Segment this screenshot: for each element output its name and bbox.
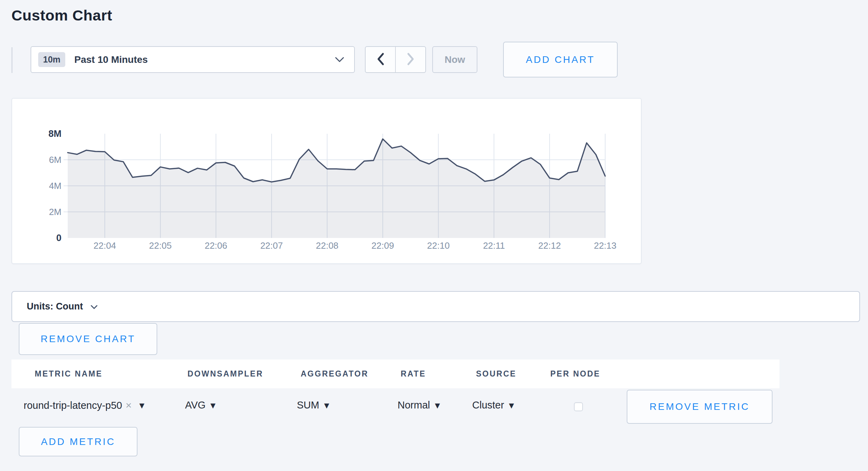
time-step-group [365,46,426,73]
rate-value: Normal [398,399,430,411]
svg-text:22:07: 22:07 [260,240,283,251]
remove-chart-button[interactable]: REMOVE CHART [19,323,157,355]
caret-down-icon: ▼ [210,402,216,409]
now-button[interactable]: Now [432,46,477,73]
col-header-source: SOURCE [476,360,516,388]
add-metric-button[interactable]: ADD METRIC [19,427,137,456]
chevron-down-icon [335,57,344,63]
chevron-right-icon [406,52,415,68]
col-header-per-node: PER NODE [550,360,600,388]
page-title: Custom Chart [11,7,112,24]
svg-text:22:08: 22:08 [316,240,339,251]
svg-text:8M: 8M [48,129,61,139]
caret-down-icon: ▼ [139,402,144,409]
col-header-aggregator: AGGREGATOR [301,360,368,388]
per-node-cell [574,402,583,413]
aggregator-select[interactable]: SUM ▼ [297,399,329,411]
units-label: Units: Count [27,301,83,312]
time-range-label: Past 10 Minutes [74,54,148,65]
aggregator-value: SUM [297,399,319,411]
svg-text:22:05: 22:05 [149,240,172,251]
caret-down-icon: ▼ [435,402,440,409]
chevron-left-icon [376,52,385,68]
svg-text:22:11: 22:11 [483,240,505,251]
toolbar-left-divider [11,47,12,73]
clear-metric-icon[interactable]: × [126,399,132,411]
metric-name-select[interactable]: round-trip-latency-p50 × ▼ [24,399,144,411]
step-back-button[interactable] [366,47,396,72]
svg-text:22:10: 22:10 [427,240,450,251]
source-select[interactable]: Cluster ▼ [472,399,514,411]
time-range-badge: 10m [38,52,65,67]
step-forward-button[interactable] [396,47,425,72]
svg-text:22:12: 22:12 [538,240,561,251]
svg-text:0: 0 [56,233,61,243]
svg-text:2M: 2M [49,207,61,217]
source-value: Cluster [472,399,504,411]
svg-text:22:04: 22:04 [93,240,116,251]
svg-text:22:06: 22:06 [205,240,227,251]
downsampler-select[interactable]: AVG ▼ [185,399,216,411]
chevron-down-icon [91,305,98,309]
per-node-checkbox[interactable] [574,402,583,411]
metric-name-value: round-trip-latency-p50 [24,400,122,411]
metrics-area-chart[interactable]: 8M6M4M2M022:0422:0522:0622:0722:0822:092… [12,99,641,263]
add-chart-button[interactable]: ADD CHART [503,42,618,77]
svg-text:22:09: 22:09 [372,240,394,251]
time-range-dropdown[interactable]: 10m Past 10 Minutes [31,46,355,73]
col-header-rate: RATE [401,360,426,388]
col-header-metric-name: METRIC NAME [35,360,102,388]
custom-chart-card: 8M6M4M2M022:0422:0522:0622:0722:0822:092… [11,98,642,264]
col-header-downsampler: DOWNSAMPLER [187,360,263,388]
caret-down-icon: ▼ [509,402,514,409]
caret-down-icon: ▼ [324,402,329,409]
remove-metric-button[interactable]: REMOVE METRIC [627,390,773,424]
units-dropdown[interactable]: Units: Count [11,291,860,322]
svg-text:22:13: 22:13 [594,240,616,251]
svg-text:6M: 6M [49,155,61,165]
metrics-table-header: METRIC NAME DOWNSAMPLER AGGREGATOR RATE … [11,360,779,388]
svg-text:4M: 4M [49,181,61,191]
downsampler-value: AVG [185,399,206,411]
rate-select[interactable]: Normal ▼ [398,399,440,411]
